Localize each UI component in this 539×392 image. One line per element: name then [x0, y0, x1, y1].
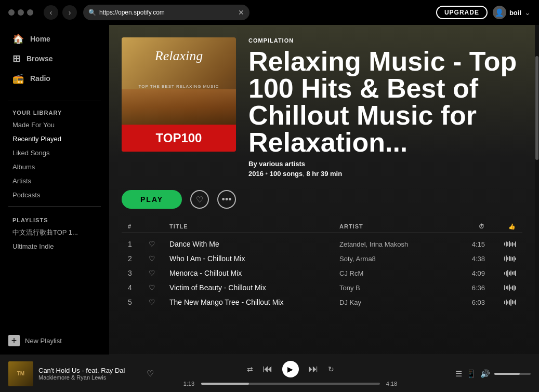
previous-button[interactable]: ⏮: [262, 363, 273, 375]
back-button[interactable]: ‹: [44, 5, 58, 20]
volume-bar[interactable]: [494, 373, 531, 375]
album-details: 2016 • 100 songs, 8 hr 39 min: [248, 170, 522, 178]
col-artist: ARTIST: [339, 223, 443, 230]
url-close-icon[interactable]: ✕: [238, 8, 244, 17]
player-artist-name: Macklemore & Ryan Lewis: [38, 374, 141, 381]
track-number: 3: [128, 269, 149, 277]
sidebar-item-made-for-you[interactable]: Made For You: [0, 118, 109, 132]
player-center: ⇄ ⏮ ▶ ⏭ ↻ 1:13 4:18: [154, 361, 427, 387]
radio-icon: 📻: [12, 73, 24, 84]
sidebar-divider-2: [8, 206, 101, 207]
bottom-player: TM Can't Hold Us - feat. Ray Dal Macklem…: [0, 355, 539, 392]
url-bar[interactable]: 🔍 https://open.spotify.com ✕: [83, 5, 249, 20]
track-like-icon[interactable]: ♡: [149, 269, 169, 277]
sidebar-item-liked-songs[interactable]: Liked Songs: [0, 146, 109, 160]
traffic-light-close[interactable]: [8, 9, 15, 16]
track-waveform: [485, 255, 516, 262]
new-playlist-button[interactable]: + New Playlist: [0, 331, 109, 350]
track-like-icon[interactable]: ♡: [149, 283, 169, 292]
album-cover: Relaxing TOP THE BEST RELAXING MUSIC TOP…: [122, 37, 236, 152]
repeat-button[interactable]: ↻: [328, 365, 334, 373]
right-scrollbar[interactable]: [535, 25, 539, 355]
track-like-icon[interactable]: ♡: [149, 254, 169, 263]
top-bar: ‹ › 🔍 https://open.spotify.com ✕ UPGRADE…: [0, 0, 539, 25]
current-time: 1:13: [181, 381, 197, 387]
playlist-item-chinese-top[interactable]: 中文流行歌曲TOP 1...: [0, 225, 109, 240]
sidebar-item-podcasts[interactable]: Podcasts: [0, 188, 109, 202]
library-section-label: YOUR LIBRARY: [0, 105, 109, 118]
sidebar-item-home[interactable]: 🏠 Home: [4, 29, 105, 49]
nav-arrows: ‹ ›: [44, 5, 77, 20]
shuffle-button[interactable]: ⇄: [247, 365, 253, 373]
track-artist: CJ RcM: [339, 269, 443, 277]
album-info: COMPILATION Relaxing Music - Top 100 Hit…: [248, 37, 522, 178]
forward-button[interactable]: ›: [62, 5, 77, 20]
playlist-item-ultimate-indie[interactable]: Ultimate Indie: [0, 240, 109, 253]
track-title: The New Mango Tree - Chillout Mix: [169, 298, 339, 306]
more-options-button[interactable]: •••: [217, 190, 236, 209]
table-row[interactable]: 2 ♡ Who I Am - Chillout Mix Soty, Arma8 …: [122, 251, 522, 266]
sidebar-item-browse-label: Browse: [27, 55, 53, 63]
track-number: 5: [128, 298, 149, 306]
sidebar-item-browse[interactable]: ⊞ Browse: [4, 49, 105, 69]
sidebar-item-radio[interactable]: 📻 Radio: [4, 69, 105, 88]
upgrade-button[interactable]: UPGRADE: [436, 6, 488, 19]
chevron-down-icon: ⌄: [524, 8, 531, 17]
track-artist: Tony B: [339, 284, 443, 292]
volume-fill: [494, 373, 520, 375]
next-button[interactable]: ⏭: [308, 363, 319, 375]
track-like-icon[interactable]: ♡: [149, 240, 169, 248]
more-icon: •••: [222, 194, 232, 205]
devices-button[interactable]: 📱: [466, 369, 476, 379]
track-duration: 4:09: [443, 269, 485, 277]
home-icon: 🏠: [12, 33, 24, 45]
queue-button[interactable]: ☰: [455, 369, 462, 379]
track-duration: 6:03: [443, 299, 485, 306]
progress-bar[interactable]: [201, 383, 380, 385]
play-button[interactable]: PLAY: [122, 190, 182, 209]
playlists-section-label: PLAYLISTS: [0, 211, 109, 225]
track-waveform: [485, 270, 516, 277]
play-pause-button[interactable]: ▶: [282, 361, 299, 377]
album-song-count: 100 songs: [270, 170, 303, 178]
album-cover-subtitle: TOP THE BEST RELAXING MUSIC: [127, 84, 231, 89]
col-num: #: [128, 223, 149, 230]
table-row[interactable]: 4 ♡ Victim of Beauty - Chillout Mix Tony…: [122, 280, 522, 295]
player-album-thumbnail: TM: [8, 361, 33, 386]
queue-icon: ☰: [455, 369, 462, 379]
traffic-light-min[interactable]: [18, 9, 24, 16]
col-duration: ⏱: [443, 223, 485, 230]
heart-icon: ♡: [196, 195, 203, 205]
player-heart-icon[interactable]: ♡: [147, 369, 154, 379]
browse-icon: ⊞: [12, 53, 20, 64]
col-thumbsup: 👍: [485, 223, 516, 230]
album-type: COMPILATION: [248, 37, 522, 44]
sidebar-item-albums[interactable]: Albums: [0, 160, 109, 174]
play-pause-icon: ▶: [287, 365, 293, 373]
album-by-label: By various artists: [248, 160, 305, 168]
sidebar-item-artists[interactable]: Artists: [0, 174, 109, 188]
sidebar: 🏠 Home ⊞ Browse 📻 Radio YOUR LIBRARY Mad…: [0, 25, 109, 355]
player-progress: 1:13 4:18: [181, 381, 400, 387]
traffic-light-max[interactable]: [27, 9, 33, 16]
album-by: By various artists: [248, 160, 522, 168]
sidebar-item-recently-played[interactable]: Recently Played: [0, 132, 109, 146]
table-row[interactable]: 1 ♡ Dance With Me Zetandel, Irina Makosh…: [122, 237, 522, 251]
sidebar-nav: 🏠 Home ⊞ Browse 📻 Radio: [0, 29, 109, 88]
track-title: Dance With Me: [169, 240, 339, 248]
like-button[interactable]: ♡: [190, 190, 209, 209]
traffic-lights: [8, 9, 33, 16]
track-table-header: # TITLE ARTIST ⏱ 👍: [122, 221, 522, 233]
table-row[interactable]: 3 ♡ Menorca - Chillout Mix CJ RcM 4:09: [122, 266, 522, 280]
player-controls: ⇄ ⏮ ▶ ⏭ ↻: [247, 361, 334, 377]
scrollbar-thumb[interactable]: [535, 56, 538, 160]
track-title: Who I Am - Chillout Mix: [169, 254, 339, 263]
new-playlist-label: New Playlist: [25, 337, 62, 345]
table-row[interactable]: 5 ♡ The New Mango Tree - Chillout Mix DJ…: [122, 295, 522, 309]
track-like-icon[interactable]: ♡: [149, 298, 169, 306]
volume-button[interactable]: 🔊: [480, 369, 490, 379]
new-playlist-icon: +: [8, 335, 20, 346]
player-track-name: Can't Hold Us - feat. Ray Dal: [38, 367, 141, 374]
shuffle-icon: ⇄: [247, 365, 253, 373]
user-area[interactable]: 👤 boil ⌄: [493, 6, 531, 19]
